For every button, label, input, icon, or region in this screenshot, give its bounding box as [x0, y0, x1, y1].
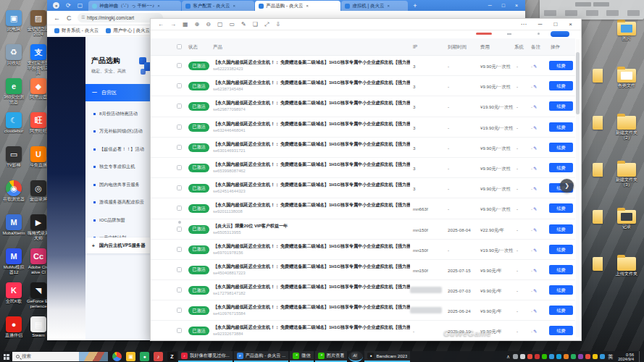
product-title[interactable]: 【永久国内超低延迟企业主机！： 免费赠送备案二级域名】1H1G独享专属中小企业虚… [213, 264, 410, 270]
overlay-buttons[interactable] [544, 10, 640, 16]
row-checkbox[interactable] [177, 63, 182, 68]
tray-icon[interactable] [520, 354, 525, 359]
sidebar-item-3[interactable]: 【超值必看！！】活动 [85, 140, 152, 158]
bookmark-usercenter[interactable]: 用户中心 | 炎火云 [106, 28, 150, 34]
desktop-icon-360-browser[interactable]: e360安全浏览器 [2, 78, 25, 104]
renew-button[interactable]: 续费 [549, 163, 573, 172]
close-button[interactable]: × [515, 3, 518, 8]
folder-icon[interactable]: ▭ [230, 19, 235, 30]
sync-icon[interactable]: ⟳ [66, 2, 71, 9]
edit-note-icon[interactable]: ✎ [533, 166, 537, 171]
ime-indicator[interactable]: 英 [608, 353, 613, 361]
note-cell[interactable]: -✎ [531, 227, 537, 232]
row-checkbox[interactable] [177, 104, 182, 109]
row-checkbox[interactable] [177, 125, 182, 130]
green-app-icon[interactable]: ● [140, 352, 149, 361]
tray-icon[interactable] [513, 354, 518, 359]
row-checkbox[interactable] [177, 247, 182, 252]
sidebar-item-2[interactable]: 万元补贴回馈(区)活动 [85, 123, 152, 140]
row-checkbox[interactable] [177, 165, 182, 170]
tab-1[interactable]: 神曲神曲（'-'）っ 干杯~~♪× [88, 1, 181, 11]
wechat-image-window[interactable]: ❝图片查看 [315, 351, 348, 362]
product-title[interactable]: 【永久国内超低延迟企业主机！： 免费赠送备案二级域名】1H1G独享专属中小企业虚… [213, 243, 410, 250]
renew-button[interactable]: 续费 [549, 224, 573, 234]
back-icon[interactable]: ← [54, 14, 60, 22]
folder-icon-partial[interactable] [593, 69, 603, 83]
product-title[interactable]: 【永久国内超低延迟企业主机！： 免费赠送备案二级域名】1H1G独享专属中小企业虚… [213, 202, 410, 209]
forward-icon[interactable]: → [170, 19, 176, 30]
copy-icon[interactable]: ❏ [253, 19, 258, 30]
sidebar-item-7[interactable]: IOC品牌加盟 [85, 211, 152, 229]
edit-note-icon[interactable]: ✎ [533, 268, 537, 273]
tab-2[interactable]: 客户配置 - 炎火云× [182, 1, 254, 11]
tray-icon[interactable] [585, 354, 590, 359]
row-checkbox[interactable] [177, 287, 182, 292]
folder-icon-partial[interactable] [593, 257, 603, 271]
desktop-folder[interactable]: 新建文件夹（3） [611, 163, 643, 187]
tray-icon[interactable] [564, 354, 569, 359]
file-explorer-icon[interactable]: ▣ [126, 352, 135, 361]
edit-note-icon[interactable]: ✎ [533, 206, 537, 211]
z-app-icon[interactable]: Z [167, 352, 177, 361]
edit-note-icon[interactable]: ✎ [533, 64, 537, 69]
desktop-folder[interactable]: 记录 [611, 210, 643, 230]
note-cell[interactable]: -✎ [531, 146, 537, 151]
edit-icon[interactable]: ✎ [241, 19, 246, 30]
product-title[interactable]: 【永久国内超低延迟企业主机！： 免费赠送备案二级域名】1H1G独享专属中小企业虚… [213, 324, 410, 331]
tab-close-icon[interactable]: × [306, 4, 309, 8]
bandicam-window[interactable]: ●Bandicam 2023 [364, 351, 410, 362]
workspaces-icon[interactable]: ▢ [78, 2, 83, 9]
red-app-icon[interactable]: ♪ [154, 352, 163, 361]
desktop-folder[interactable]: 新建文件夹（2） [611, 116, 643, 140]
grid-icon[interactable]: ▦ [183, 19, 188, 30]
tray-icon[interactable] [593, 354, 598, 359]
edit-note-icon[interactable]: ✎ [533, 288, 537, 293]
floating-next-button[interactable]: ❯ [560, 179, 574, 193]
desktop-icon-this-pc[interactable]: ▣此电脑 [2, 10, 25, 32]
desktop-icon-mumu-emulator[interactable]: MMuMu模拟器12 [2, 248, 25, 274]
product-title[interactable]: 【永久国内超低延迟企业主机！： 免费赠送备案二级域名】1H1G独享专属中小企业虚… [213, 141, 410, 148]
minimize-button[interactable]: ─ [488, 3, 492, 8]
product-title[interactable]: 【永久国内超低延迟企业主机！： 免费赠送备案二级域名】1H1G独享专属中小企业虚… [213, 100, 410, 106]
tray-icon[interactable] [556, 354, 561, 359]
sidebar-item-1[interactable]: 8月份活动特惠活动 [85, 105, 152, 122]
fullscreen-icon[interactable]: ⤢ [264, 19, 269, 30]
desktop-icon-cloudebur[interactable]: ☾cloudebur [2, 112, 25, 134]
fit-icon[interactable]: ▢ [217, 19, 223, 30]
save-icon[interactable]: ⇩ [275, 19, 280, 30]
product-title[interactable]: 【永久国内超低延迟企业主机！： 免费赠送备案二级域名】1H1G独享专属中小企业虚… [213, 182, 410, 188]
more-menu-icon[interactable]: ⋯ [521, 21, 527, 28]
wechat-window[interactable]: ❝微信 [290, 351, 313, 362]
row-checkbox[interactable] [177, 83, 182, 88]
tray-icon[interactable] [527, 354, 532, 359]
row-checkbox[interactable] [177, 267, 182, 272]
product-title[interactable]: 【炎火云】限量20位 VIP客户权益一年 [213, 223, 410, 230]
sidebar-item-4[interactable]: 独立专享虚拟主机 [85, 159, 152, 176]
renew-button[interactable]: 续费 [549, 306, 573, 315]
desktop-folder[interactable]: 图片 [611, 22, 643, 41]
taskbar-search[interactable]: 搜索 [12, 352, 108, 361]
renew-button[interactable]: 续费 [549, 81, 573, 90]
douyin-window[interactable]: ♪我好像在哪见过你... [178, 351, 233, 362]
browser-titlebar[interactable]: ● ⟳ ▢ 神曲神曲（'-'）っ 干杯~~♪×客户配置 - 炎火云×产品选购 -… [47, 0, 525, 11]
toggle-switch[interactable] [551, 31, 569, 37]
zoom-out-icon[interactable]: ⊖ [206, 19, 211, 30]
renew-button[interactable]: 续费 [549, 285, 573, 295]
sidebar-item-5[interactable]: 国内电信共享云服务 [85, 176, 152, 193]
note-cell[interactable]: -✎ [531, 186, 537, 191]
back-icon[interactable]: ← [158, 19, 164, 30]
reload-icon[interactable]: C [67, 14, 72, 22]
row-checkbox[interactable] [177, 227, 182, 232]
row-checkbox[interactable] [177, 145, 182, 150]
news-widget-thumbnail[interactable] [79, 352, 108, 361]
tray-icon[interactable] [542, 354, 547, 359]
note-cell[interactable]: -✎ [531, 308, 537, 313]
minimize-button[interactable]: ─ [538, 21, 543, 28]
edit-note-icon[interactable]: ✎ [533, 186, 537, 191]
edit-note-icon[interactable]: ✎ [533, 227, 537, 232]
desktop-icon-live-companion[interactable]: ●直播伴侣 [2, 316, 25, 338]
edit-note-icon[interactable]: ✎ [533, 104, 537, 109]
edit-note-icon[interactable]: ✎ [533, 125, 537, 130]
tray-icon[interactable] [571, 354, 576, 359]
product-title[interactable]: 【永久国内超低延迟企业主机！： 免费赠送备案二级域名】1H1G独享专属中小企业虚… [213, 59, 410, 66]
